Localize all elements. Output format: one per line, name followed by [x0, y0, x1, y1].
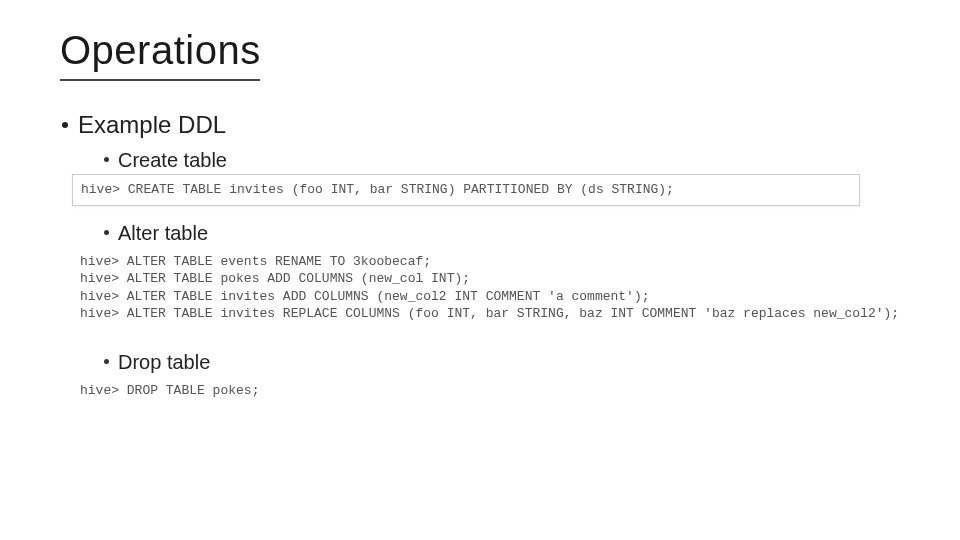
code-drop-table: hive> DROP TABLE pokes;: [72, 376, 860, 406]
bullet-level2-create-table: Create table: [104, 149, 900, 172]
code-alter-table: hive> ALTER TABLE events RENAME TO 3koob…: [72, 247, 860, 329]
bullet-text: Create table: [118, 149, 227, 171]
bullet-level2-drop-table: Drop table: [104, 351, 900, 374]
slide: Operations Example DDL Create table hive…: [0, 0, 960, 540]
bullet-level2-alter-table: Alter table: [104, 222, 900, 245]
bullet-dot-icon: [104, 359, 109, 364]
code-create-table: hive> CREATE TABLE invites (foo INT, bar…: [72, 174, 860, 206]
bullet-dot-icon: [62, 122, 68, 128]
title-underline: [60, 79, 260, 81]
bullet-text: Alter table: [118, 222, 208, 244]
page-title: Operations: [60, 28, 900, 73]
bullet-dot-icon: [104, 230, 109, 235]
bullet-text: Example DDL: [78, 111, 226, 138]
bullet-dot-icon: [104, 157, 109, 162]
bullet-text: Drop table: [118, 351, 210, 373]
bullet-level1-example-ddl: Example DDL: [62, 111, 900, 139]
